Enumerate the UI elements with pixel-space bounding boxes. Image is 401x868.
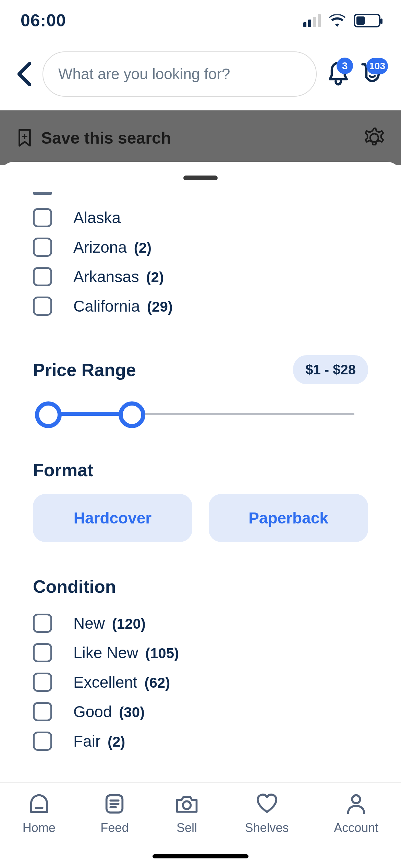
location-count: (2) xyxy=(146,269,164,285)
home-icon xyxy=(27,792,51,816)
condition-label: Excellent xyxy=(73,673,137,691)
format-option-hardcover[interactable]: Hardcover xyxy=(33,494,192,542)
svg-point-1 xyxy=(183,801,191,809)
condition-count: (30) xyxy=(119,704,145,720)
nav-shelves-label: Shelves xyxy=(245,821,289,835)
condition-option[interactable]: New (120) xyxy=(33,608,368,638)
condition-section: Condition New (120) Like New (105) Excel… xyxy=(0,576,401,756)
condition-title: Condition xyxy=(33,576,368,597)
price-range-title: Price Range xyxy=(33,360,136,380)
settings-button[interactable] xyxy=(364,128,385,148)
condition-option[interactable]: Good (30) xyxy=(33,697,368,726)
condition-label: Like New xyxy=(73,644,138,662)
svg-point-2 xyxy=(352,795,360,803)
nav-feed[interactable]: Feed xyxy=(100,792,129,835)
notification-badge: 3 xyxy=(337,58,353,74)
format-option-paperback[interactable]: Paperback xyxy=(209,494,368,542)
location-count: (2) xyxy=(134,240,151,256)
condition-label: New xyxy=(73,614,105,632)
partial-previous-item xyxy=(33,192,52,195)
price-range-section: Price Range $1 - $28 xyxy=(0,355,401,425)
wifi-icon xyxy=(329,14,345,27)
nav-feed-label: Feed xyxy=(100,821,129,835)
notifications-button[interactable]: 3 xyxy=(327,61,350,87)
battery-icon xyxy=(354,14,380,27)
format-section: Format Hardcover Paperback xyxy=(0,460,401,542)
format-title: Format xyxy=(33,460,368,480)
checkbox-icon xyxy=(33,238,52,257)
location-option[interactable]: Arkansas (2) xyxy=(33,262,368,291)
location-label: Arizona xyxy=(73,238,127,256)
price-range-slider[interactable] xyxy=(33,401,368,425)
checkbox-icon xyxy=(33,732,52,751)
condition-option[interactable]: Excellent (62) xyxy=(33,667,368,697)
checkbox-icon xyxy=(33,297,52,316)
save-search-bar: Save this search xyxy=(0,110,401,165)
checkbox-icon xyxy=(33,673,52,692)
condition-count: (120) xyxy=(112,616,146,632)
status-indicators xyxy=(303,14,380,27)
checkbox-icon xyxy=(33,267,52,286)
checkbox-icon xyxy=(33,208,52,227)
app-header: What are you looking for? 3 103 xyxy=(0,41,401,110)
location-label: Arkansas xyxy=(73,268,139,286)
location-label: Alaska xyxy=(73,209,121,227)
feed-icon xyxy=(102,792,126,816)
location-option[interactable]: Alaska xyxy=(33,203,368,232)
checkbox-icon xyxy=(33,614,52,633)
status-bar: 06:00 xyxy=(0,0,401,41)
condition-label: Fair xyxy=(73,732,100,750)
cellular-icon xyxy=(303,14,321,27)
nav-home-label: Home xyxy=(23,821,56,835)
save-search-label[interactable]: Save this search xyxy=(41,129,171,147)
status-time: 06:00 xyxy=(21,11,66,31)
condition-option[interactable]: Fair (2) xyxy=(33,726,368,756)
nav-shelves[interactable]: Shelves xyxy=(245,792,289,835)
search-input[interactable]: What are you looking for? xyxy=(42,51,317,97)
nav-sell[interactable]: Sell xyxy=(174,792,200,835)
location-filter-list: Alaska Arizona (2) Arkansas (2) Californ… xyxy=(0,192,401,321)
home-indicator xyxy=(153,854,248,858)
nav-home[interactable]: Home xyxy=(23,792,56,835)
account-icon xyxy=(344,792,368,816)
condition-count: (105) xyxy=(145,645,179,661)
checkbox-icon xyxy=(33,643,52,662)
camera-icon xyxy=(174,792,200,816)
condition-label: Good xyxy=(73,703,112,721)
bottom-nav: Home Feed Sell Shelves Account xyxy=(0,782,401,868)
condition-count: (2) xyxy=(108,734,125,750)
bookmark-icon xyxy=(16,129,33,147)
price-range-value: $1 - $28 xyxy=(293,355,368,384)
back-button[interactable] xyxy=(16,62,32,86)
location-label: California xyxy=(73,297,140,315)
filter-sheet: Alaska Arizona (2) Arkansas (2) Californ… xyxy=(0,162,401,756)
location-option[interactable]: Arizona (2) xyxy=(33,232,368,262)
nav-sell-label: Sell xyxy=(177,821,197,835)
cart-badge: 103 xyxy=(366,58,388,74)
checkbox-icon xyxy=(33,702,52,721)
location-option[interactable]: California (29) xyxy=(33,291,368,321)
nav-account-label: Account xyxy=(334,821,378,835)
cart-button[interactable]: 103 xyxy=(360,61,385,87)
condition-option[interactable]: Like New (105) xyxy=(33,638,368,667)
nav-account[interactable]: Account xyxy=(334,792,378,835)
location-count: (29) xyxy=(147,299,173,315)
heart-icon xyxy=(255,792,279,816)
sheet-grabber[interactable] xyxy=(183,176,218,180)
gear-icon xyxy=(364,128,385,148)
slider-thumb-min[interactable] xyxy=(35,401,62,428)
condition-count: (62) xyxy=(144,675,170,691)
search-placeholder: What are you looking for? xyxy=(58,65,230,83)
slider-thumb-max[interactable] xyxy=(119,401,145,428)
